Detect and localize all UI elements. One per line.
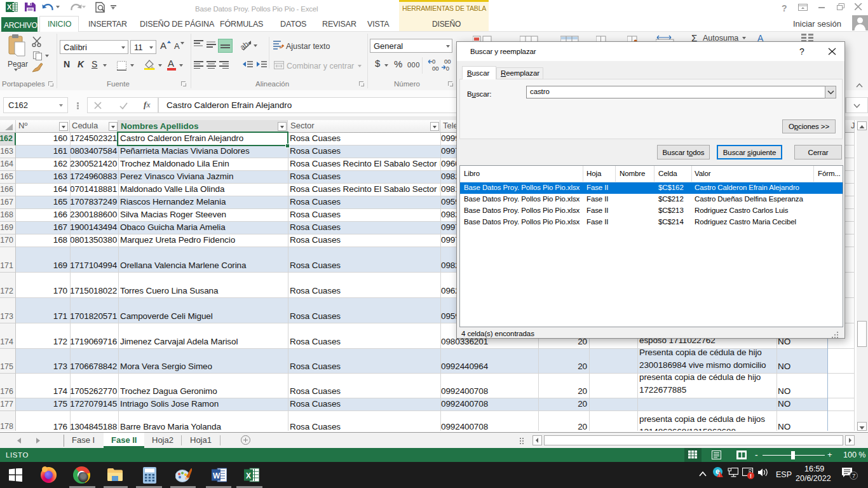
svg-text:!: !: [719, 473, 720, 477]
svg-text:W: W: [213, 471, 220, 480]
svg-text:X: X: [246, 471, 251, 480]
